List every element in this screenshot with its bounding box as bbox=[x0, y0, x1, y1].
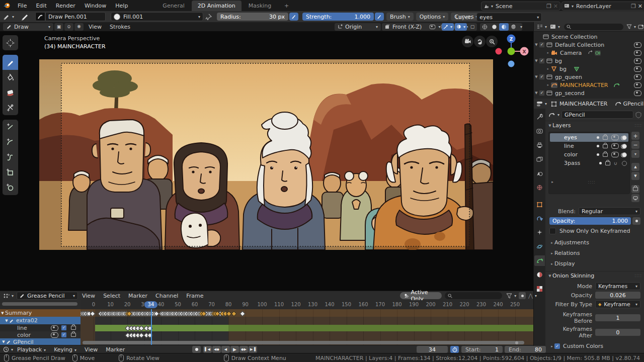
workspace-tab-2d-animation[interactable]: 2D Animation bbox=[192, 1, 242, 11]
fake-user-shield-icon[interactable] bbox=[635, 112, 641, 118]
frame-end-field[interactable]: End:80 bbox=[505, 346, 546, 353]
hide-eye-icon[interactable] bbox=[611, 135, 619, 140]
timeline-editor-type-dropdown[interactable]: ▾ bbox=[3, 346, 13, 352]
outliner-row-camera[interactable]: ▸ Camera bbox=[534, 49, 644, 57]
workspace-tab-masking[interactable]: Masking bbox=[243, 1, 277, 11]
hide-eye-icon[interactable] bbox=[634, 58, 641, 64]
tab-object-data-icon[interactable] bbox=[534, 255, 545, 266]
tool-cutter[interactable] bbox=[3, 100, 18, 115]
current-frame-indicator[interactable]: 34 bbox=[144, 301, 157, 308]
onion-opacity-field[interactable]: 0.026 bbox=[595, 292, 640, 299]
disclosure-triangle-icon[interactable]: ▼ bbox=[534, 43, 539, 47]
add-layer-button[interactable]: + bbox=[631, 132, 639, 140]
lock-layers-button[interactable] bbox=[631, 185, 639, 193]
options-menu[interactable]: Options▾ bbox=[416, 13, 448, 21]
scene-selector[interactable]: ▾ Scene ❐ ✕ bbox=[481, 2, 556, 11]
record-button[interactable] bbox=[192, 346, 201, 353]
gizmos-toggle[interactable]: ▾ bbox=[442, 23, 454, 31]
shading-material-preview-icon[interactable] bbox=[499, 23, 509, 31]
outliner-row-maincharacter[interactable]: ▸ MAINCHARACTER bbox=[534, 81, 644, 89]
tool-box[interactable] bbox=[3, 165, 18, 180]
tab-tool-icon[interactable] bbox=[534, 112, 545, 122]
channel-gpencil[interactable]: ▼ GPencil bbox=[0, 338, 80, 345]
onion-skinning-panel-header[interactable]: ▼ Onion Skinning :::: bbox=[545, 271, 644, 280]
onion-skin-icon[interactable] bbox=[621, 152, 627, 157]
shading-solid-icon[interactable] bbox=[490, 24, 499, 30]
ds-channel-menu[interactable]: Channel bbox=[151, 293, 182, 299]
disclosure-triangle-icon[interactable]: ▼ bbox=[534, 75, 539, 79]
layer-specials-button[interactable]: ▾ bbox=[631, 150, 639, 158]
eye-closed-icon[interactable]: ∪ bbox=[614, 161, 620, 166]
prev-keyframe-button[interactable]: ◀◆ bbox=[212, 346, 221, 353]
axis-gizmo[interactable]: Z X bbox=[491, 31, 531, 71]
datablock-dropdown[interactable]: ▾ bbox=[557, 113, 559, 117]
mode-dropdown[interactable]: Draw▾ bbox=[3, 23, 53, 31]
onion-filter-dropdown[interactable]: ◆ Keyframe▾ bbox=[595, 300, 640, 308]
channel-scrollbar[interactable] bbox=[2, 302, 77, 306]
collection-checkbox[interactable]: ✓ bbox=[539, 74, 545, 80]
ds-filter-dropdown[interactable]: ▾ bbox=[506, 293, 516, 299]
adjustments-panel-header[interactable]: ▸Adjustments bbox=[545, 239, 644, 246]
copy-icon[interactable]: ❐ bbox=[546, 3, 551, 10]
frame-start-field[interactable]: Start:1 bbox=[461, 346, 503, 353]
outliner-filter-id-dropdown[interactable]: ▾ bbox=[550, 24, 560, 29]
keyframe-diamond[interactable] bbox=[239, 311, 245, 316]
display-panel-header[interactable]: ▸Display bbox=[545, 260, 644, 267]
pb-view-menu[interactable]: View bbox=[80, 346, 102, 353]
stroke-placement-dropdown[interactable]: Origin▾ bbox=[335, 23, 381, 31]
keyframe-area[interactable] bbox=[80, 309, 533, 345]
keyframe-diamond[interactable] bbox=[231, 311, 236, 316]
layers-panel-header[interactable]: ▼ Layers :::: bbox=[545, 121, 644, 130]
view-menu[interactable]: View bbox=[85, 24, 106, 30]
lock-icon[interactable] bbox=[71, 326, 76, 330]
camera-view-button[interactable] bbox=[462, 36, 473, 47]
shading-dropdown[interactable]: ▾ bbox=[520, 25, 522, 29]
jump-to-start-button[interactable]: ▌◀ bbox=[203, 346, 212, 353]
workspace-tab-general[interactable]: General bbox=[156, 1, 190, 11]
outliner-display-mode-dropdown[interactable]: ▾ bbox=[537, 24, 547, 29]
collection-checkbox[interactable]: ✓ bbox=[539, 90, 545, 96]
onion-skin-off-icon[interactable] bbox=[622, 161, 627, 166]
strength-pressure-toggle[interactable] bbox=[375, 13, 384, 21]
strength-slider[interactable]: Strength:1.000 bbox=[302, 13, 384, 21]
channel-color[interactable]: color ✓ bbox=[0, 331, 80, 338]
breadcrumb-object-name[interactable]: MAINCHARACTER bbox=[559, 101, 608, 107]
jump-to-end-button[interactable]: ▶▐ bbox=[249, 346, 257, 353]
placement-toggle-icon[interactable]: ▣ bbox=[54, 23, 63, 31]
tool-draw[interactable] bbox=[3, 55, 18, 70]
hide-eye-icon[interactable] bbox=[634, 42, 641, 48]
channel-summary[interactable]: ▼Summary bbox=[0, 309, 80, 317]
editor-type-button[interactable]: ▾ bbox=[0, 14, 17, 20]
copy-icon[interactable]: ❐ bbox=[631, 3, 636, 10]
tool-cursor[interactable] bbox=[3, 35, 18, 50]
datablock-name-field[interactable]: GPencil bbox=[561, 111, 633, 119]
collection-checkbox[interactable]: ✓ bbox=[539, 42, 545, 48]
ds-view-menu[interactable]: View bbox=[78, 293, 99, 299]
tab-render-icon[interactable] bbox=[534, 126, 545, 136]
ds-frame-menu[interactable]: Frame bbox=[182, 293, 207, 299]
custom-colors-checkbox[interactable]: ✓ bbox=[554, 343, 560, 349]
play-button[interactable]: ▶ bbox=[230, 346, 239, 353]
outliner-filter-dropdown[interactable]: ▾ bbox=[626, 24, 636, 29]
layer-selector[interactable]: Layer: eyes▾ bbox=[455, 13, 542, 22]
dope-sheet-mode-dropdown[interactable]: Grease Pencil▾ bbox=[17, 292, 78, 300]
hide-eye-icon[interactable] bbox=[611, 152, 619, 157]
hide-eye-icon[interactable] bbox=[634, 50, 641, 56]
menu-window[interactable]: Window bbox=[80, 3, 111, 9]
shading-wireframe-icon[interactable] bbox=[480, 24, 490, 30]
outliner-row-gp-second[interactable]: ▼✓ gp_second bbox=[534, 89, 644, 97]
layer-row-line[interactable]: line bbox=[550, 142, 628, 150]
tool-erase[interactable] bbox=[3, 85, 18, 100]
hide-eye-icon[interactable] bbox=[634, 66, 641, 72]
shading-rendered-icon[interactable] bbox=[509, 24, 518, 30]
drawing-plane-dropdown[interactable]: Front (X-Z)▾ bbox=[382, 23, 434, 31]
collection-checkbox[interactable]: ✓ bbox=[539, 58, 545, 64]
hide-eye-icon[interactable] bbox=[634, 82, 641, 88]
layer-opacity-slider[interactable]: Opacity:1.000 bbox=[549, 217, 631, 225]
hide-eye-icon[interactable] bbox=[634, 90, 641, 96]
3d-viewport[interactable]: Camera Perspective (34) MAINCHARACTER bbox=[0, 31, 533, 291]
tab-material-icon[interactable] bbox=[534, 269, 545, 280]
move-layer-down-button[interactable]: ▼ bbox=[631, 172, 639, 180]
object-visibility-dropdown[interactable]: ▾ bbox=[429, 23, 441, 31]
radius-pressure-toggle[interactable] bbox=[289, 13, 298, 21]
